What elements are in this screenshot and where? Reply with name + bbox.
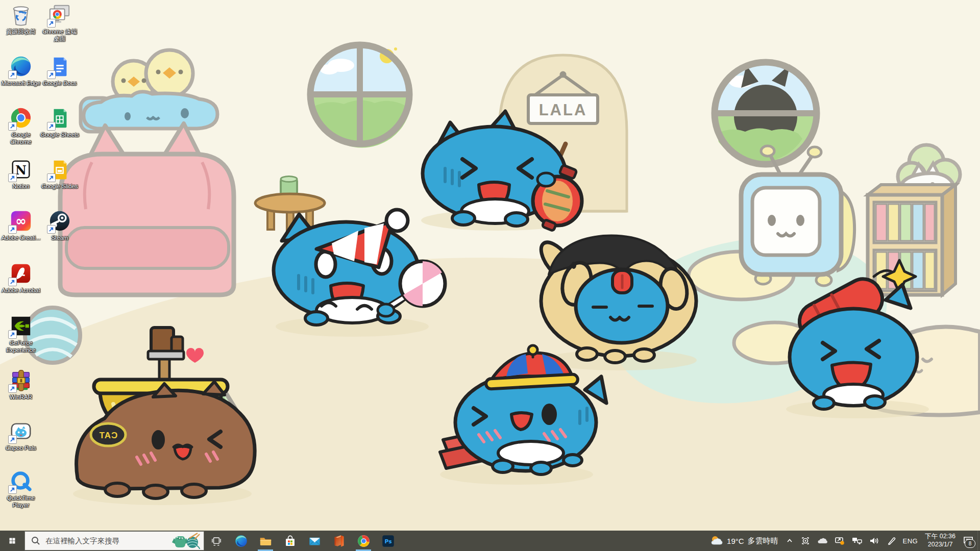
desktop-icon-label: GeForce Experience <box>1 340 41 354</box>
desktop-icon-label: Capoo Pals <box>6 445 36 452</box>
cat-badge-text: CAT <box>99 431 118 440</box>
taskbar-app-mail[interactable] <box>302 531 327 551</box>
google-docs-icon <box>48 55 71 78</box>
door-sign-text: LALA <box>539 101 587 119</box>
desktop-icon-label: Notion <box>12 183 29 190</box>
shortcut-arrow-icon <box>47 122 56 131</box>
chevron-up-icon <box>786 537 794 545</box>
shortcut-arrow-icon <box>8 485 17 494</box>
start-button[interactable] <box>0 531 24 551</box>
adobe-acrobat-icon <box>9 262 33 285</box>
shortcut-arrow-icon <box>47 70 56 79</box>
desktop-icon-label: Google Docs <box>43 80 77 87</box>
taskbar-app-photoshop[interactable] <box>376 531 400 551</box>
shortcut-arrow-icon <box>8 278 17 286</box>
search-input[interactable] <box>44 536 167 545</box>
weather-widget[interactable]: 19°C 多雲時晴 <box>706 531 782 551</box>
language-indicator[interactable]: ENG <box>899 531 922 551</box>
desktop-icon-label: Google Slides <box>41 183 78 190</box>
mail-icon <box>308 534 322 548</box>
tray-screen-share-icon[interactable] <box>831 531 848 551</box>
shortcut-arrow-icon <box>8 435 17 444</box>
capture-tray-icon <box>801 536 810 545</box>
desktop-icon-google-chrome[interactable]: Google Chrome <box>1 106 41 157</box>
taskbar-search[interactable] <box>24 531 204 550</box>
quicktime-player-icon <box>9 469 33 493</box>
clock-date: 2023/1/7 <box>928 541 953 549</box>
edge-icon <box>234 534 248 548</box>
task-view-button[interactable] <box>204 531 229 551</box>
wallpaper-capoo-room: LALA <box>0 0 980 531</box>
tray-pen-icon[interactable] <box>883 531 899 551</box>
desktop-icon-adobe-acrobat[interactable]: Adobe Acrobat <box>1 262 41 313</box>
desktop-icon-quicktime-player[interactable]: QuickTime Player <box>1 469 41 520</box>
notification-badge: 8 <box>965 539 975 548</box>
shortcut-arrow-icon <box>8 330 17 339</box>
pen-icon <box>887 536 896 545</box>
shortcut-arrow-icon <box>47 19 56 28</box>
tray-onedrive-icon[interactable] <box>814 531 831 551</box>
adobe-creative-cloud-icon <box>9 209 33 233</box>
desktop-icon-label: 資源回收筒 <box>6 29 36 36</box>
file-explorer-icon <box>259 534 273 548</box>
google-sheets-icon <box>48 106 71 130</box>
tray-capture-icon[interactable] <box>797 531 814 551</box>
taskbar-app-chrome[interactable] <box>351 531 376 551</box>
photoshop-icon <box>381 534 395 548</box>
desktop-icon-chrome-remote-desktop[interactable]: Chrome 遠端桌面 <box>40 3 80 54</box>
shortcut-arrow-icon <box>8 384 17 393</box>
desktop-icon-steam[interactable]: Steam <box>40 209 80 260</box>
shortcut-arrow-icon <box>8 122 17 131</box>
system-tray: 19°C 多雲時晴 <box>706 531 980 551</box>
desktop-icon-adobe-creative-cloud[interactable]: Adobe Creati... <box>1 209 41 260</box>
desktop-icon-label: Steam <box>51 235 68 242</box>
desktop-icon-label: Microsoft Edge <box>2 80 41 87</box>
task-view-icon <box>210 534 223 547</box>
desktop-icon-notion[interactable]: Notion <box>1 158 41 209</box>
desktop-icon-geforce-experience[interactable]: GeForce Experience <box>1 314 41 365</box>
weather-temp: 19°C <box>727 537 744 545</box>
tray-volume-icon[interactable] <box>866 531 883 551</box>
desktop-icon-microsoft-edge[interactable]: Microsoft Edge <box>1 55 41 106</box>
desktop-icon-label: Google Sheets <box>40 132 79 139</box>
taskbar-app-store[interactable] <box>278 531 302 551</box>
geforce-experience-icon <box>9 314 33 338</box>
desktop-icon-google-docs[interactable]: Google Docs <box>40 55 80 106</box>
hidden-icons-chevron[interactable] <box>782 531 797 551</box>
wallpaper-window-left <box>310 45 409 147</box>
search-highlight-knitting-icon <box>171 532 201 549</box>
desktop-icon-google-sheets[interactable]: Google Sheets <box>40 106 80 157</box>
taskbar: 19°C 多雲時晴 <box>0 531 980 551</box>
shortcut-arrow-icon <box>8 173 17 182</box>
taskbar-clock[interactable]: 下午 02:36 2023/1/7 <box>921 531 959 551</box>
desktop-icon-recycle-bin[interactable]: 資源回收筒 <box>1 3 41 54</box>
volume-icon <box>869 537 879 545</box>
desktop-icon-label: Adobe Acrobat <box>2 287 40 294</box>
chrome-remote-desktop-icon <box>48 3 71 27</box>
desktop-icon-google-slides[interactable]: Google Slides <box>40 158 80 209</box>
desktop-icon-label: Google Chrome <box>1 132 41 145</box>
show-desktop-strip[interactable] <box>977 531 980 551</box>
taskbar-app-file-explorer[interactable] <box>253 531 278 551</box>
desktop-icon-winrar[interactable]: WinRAR <box>1 368 41 419</box>
taskbar-app-edge[interactable] <box>229 531 253 551</box>
shortcut-arrow-icon <box>8 70 17 79</box>
notion-icon <box>9 158 33 181</box>
search-icon <box>31 536 40 545</box>
clock-time: 下午 02:36 <box>925 533 955 541</box>
taskbar-app-office[interactable] <box>327 531 351 551</box>
tray-network-icon[interactable] <box>848 531 866 551</box>
recycle-bin-icon <box>9 3 33 27</box>
desktop-icon-label: WinRAR <box>10 394 32 401</box>
language-code: ENG <box>903 537 918 545</box>
google-slides-icon <box>48 158 71 181</box>
windows-logo-icon <box>7 535 18 546</box>
desktop: LALA <box>0 0 980 531</box>
desktop-icon-capoo-pals[interactable]: Capoo Pals <box>1 419 41 470</box>
shortcut-arrow-icon <box>47 225 56 234</box>
action-center-button[interactable]: 8 <box>959 531 977 551</box>
desktop-icon-label: Adobe Creati... <box>2 235 41 242</box>
chrome-icon <box>357 534 371 548</box>
partly-cloudy-icon <box>710 535 723 547</box>
shortcut-arrow-icon <box>8 225 17 234</box>
